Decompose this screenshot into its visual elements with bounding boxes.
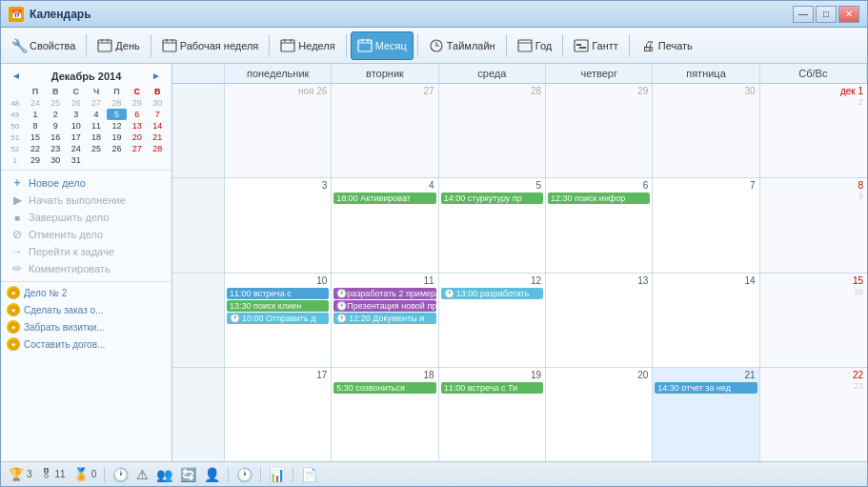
event-dec10-3[interactable]: 🕐 10:00 Отправить д [227,313,329,324]
cal-day-7[interactable]: 7 [653,178,759,272]
event-dec19-1[interactable]: 11:00 встреча с Ти [441,382,543,394]
event-dec12-1[interactable]: 🕐 13:00 разработать [441,288,543,299]
task-item[interactable]: ★Составить догов... [1,335,172,353]
mini-cal-day[interactable]: 22 [25,143,45,154]
mini-cal-day[interactable] [127,154,147,166]
cal-day-nov26[interactable]: ноя 26 [225,84,332,177]
properties-button[interactable]: 🔧 Свойства [5,31,82,60]
mini-cal-day[interactable]: 27 [86,97,106,109]
day-button[interactable]: День [91,31,146,60]
mini-cal-day[interactable]: 15 [25,132,45,143]
mini-cal-day[interactable]: 10 [66,120,86,132]
status-users-icon[interactable]: 👥 [156,467,172,482]
cal-day-12[interactable]: 12 🕐 13:00 разработать [439,274,546,367]
cal-day-18[interactable]: 18 5:30 созвониться [332,368,438,461]
minimize-button[interactable]: — [793,6,814,23]
mini-cal-day[interactable]: 26 [107,143,127,154]
mini-cal-day[interactable]: 28 [107,97,127,109]
mini-cal-prev[interactable]: ◄ [9,70,24,82]
workweek-button[interactable]: Рабочая неделя [155,31,266,60]
cal-day-21[interactable]: 21 14:30 отчет за нед [653,368,759,461]
mini-cal-day[interactable]: 29 [25,154,45,166]
mini-cal-day[interactable]: 3 [66,109,86,120]
mini-cal-day[interactable]: 11 [86,120,106,132]
month-button[interactable]: Месяц [351,31,414,60]
cal-day-13[interactable]: 13 [546,274,653,367]
new-task-action[interactable]: + Новое дело [7,174,166,192]
event-dec4-1[interactable]: 18:00 Активироват [333,193,435,204]
mini-cal-day[interactable]: 24 [66,143,86,154]
mini-cal-day[interactable]: 2 [46,109,66,120]
cal-day-nov28[interactable]: 28 [439,84,546,177]
status-clock2-icon[interactable]: 🕐 [236,467,252,482]
cal-day-nov29[interactable]: 29 [546,84,653,177]
cal-day-11[interactable]: 11 🕐 разработать 2 примера дизайна 🕐 🕐 П… [332,274,438,367]
cal-day-22[interactable]: 22 23 [760,368,867,461]
mini-cal-day[interactable]: 24 [25,97,45,109]
cal-day-19[interactable]: 19 11:00 встреча с Ти [439,368,546,461]
print-button[interactable]: 🖨 Печать [634,31,699,60]
cal-day-nov27[interactable]: 27 [332,84,438,177]
task-item[interactable]: ★Дело № 2 [1,284,172,301]
cal-day-dec1[interactable]: дек 1 2 [760,84,867,177]
mini-cal-day[interactable]: 6 [127,109,147,120]
task-item[interactable]: ★Забрать визитки... [1,318,172,335]
mini-cal-day[interactable]: 7 [148,109,168,120]
cal-day-nov30[interactable]: 30 [653,84,759,177]
mini-cal-day[interactable]: 27 [127,143,147,154]
cal-day-5[interactable]: 5 14:00 стуркутуру пр [439,178,546,272]
mini-cal-day[interactable]: 5 [107,109,127,120]
mini-cal-day[interactable] [148,154,168,166]
goto-task-action[interactable]: → Перейти к задаче [7,243,166,260]
mini-cal-day[interactable]: 1 [25,109,45,120]
status-refresh-icon[interactable]: 🔄 [180,467,196,482]
complete-task-action[interactable]: ■ Завершить дело [7,209,166,226]
mini-cal-day[interactable]: 29 [127,97,147,109]
task-item[interactable]: ★Сделать заказ о... [1,301,172,318]
timeline-button[interactable]: Таймлайн [422,31,502,60]
cal-day-17[interactable]: 17 [225,368,332,461]
mini-cal-day[interactable]: 31 [66,154,86,166]
event-dec6-1[interactable]: 12:30 поиск инфор [548,193,650,204]
mini-cal-day[interactable]: 17 [66,132,86,143]
mini-cal-day[interactable]: 20 [127,132,147,143]
cal-day-6[interactable]: 6 12:30 поиск инфор [546,178,653,272]
status-grid-icon[interactable]: 📊 [269,467,285,482]
cal-day-20[interactable]: 20 [546,368,653,461]
cal-day-8[interactable]: 8 9 [760,178,867,272]
event-dec11-span1[interactable]: 🕐 разработать 2 примера дизайна 🕐 [333,288,435,299]
mini-cal-day[interactable]: 30 [148,97,168,109]
gantt-button[interactable]: Гантт [567,31,625,60]
cal-day-4[interactable]: 4 18:00 Активироват [332,178,438,272]
mini-cal-day[interactable]: 13 [127,120,147,132]
cal-day-15[interactable]: 15 16 [760,274,867,367]
mini-cal-day[interactable]: 21 [148,132,168,143]
mini-cal-day[interactable]: 8 [25,120,45,132]
event-dec11-3[interactable]: 🕐 12:20 Документы и [333,313,435,324]
status-user-icon[interactable]: 👤 [204,467,220,482]
close-button[interactable]: ✕ [838,6,859,23]
mini-cal-day[interactable]: 19 [107,132,127,143]
year-button[interactable]: Год [511,31,559,60]
mini-cal-day[interactable]: 9 [46,120,66,132]
start-task-action[interactable]: ▶ Начать выполнение [7,192,166,209]
mini-cal-day[interactable]: 28 [148,143,168,154]
mini-cal-day[interactable]: 30 [46,154,66,166]
mini-cal-day[interactable]: 25 [46,97,66,109]
cal-day-14[interactable]: 14 [653,274,759,367]
cancel-task-action[interactable]: ⊘ Отменить дело [7,226,166,243]
mini-cal-day[interactable]: 25 [86,143,106,154]
mini-cal-day[interactable]: 12 [107,120,127,132]
cal-day-10[interactable]: 10 11:00 встреча с 13:30 поиск клиен 🕐 1… [225,274,332,367]
mini-cal-next[interactable]: ► [149,70,164,82]
mini-cal-day[interactable] [86,154,106,166]
status-clock-icon[interactable]: 🕐 [112,467,129,482]
mini-cal-day[interactable]: 18 [86,132,106,143]
mini-cal-day[interactable]: 16 [46,132,66,143]
cal-day-3[interactable]: 3 [225,178,332,272]
event-dec5-1[interactable]: 14:00 стуркутуру пр [441,193,543,204]
event-dec10-2[interactable]: 13:30 поиск клиен [227,300,329,312]
comment-task-action[interactable]: ✏ Комментировать [7,260,166,277]
mini-cal-day[interactable]: 26 [66,97,86,109]
event-dec11-span2[interactable]: 🕐 Презентация новой продукции 🕐 [333,300,435,312]
